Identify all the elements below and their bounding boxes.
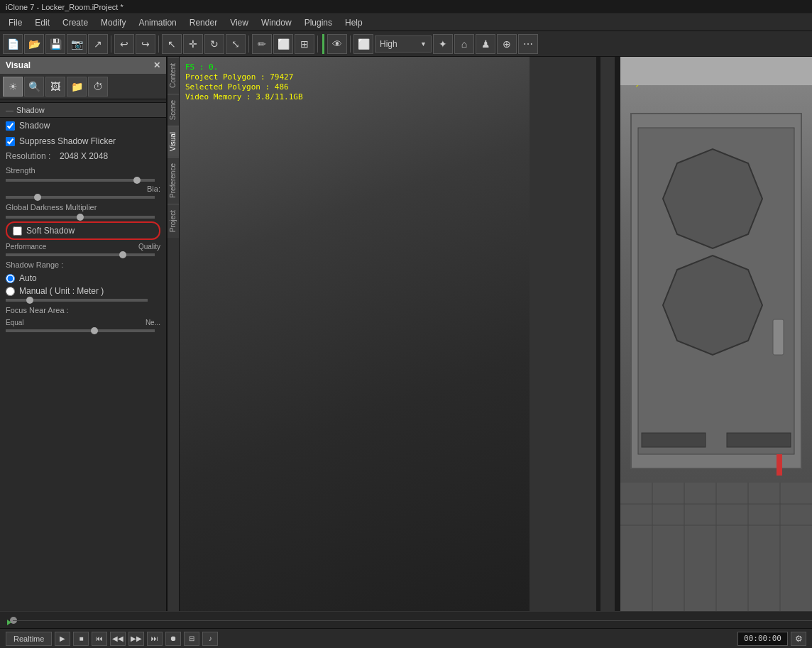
strength-slider[interactable]	[6, 179, 155, 182]
shadow-checkbox[interactable]	[6, 121, 15, 131]
viewport: FS : 0. Project Polygon : 79427 Selected…	[180, 57, 812, 611]
viewport-left[interactable]	[180, 57, 620, 611]
audio-button[interactable]: ♪	[202, 632, 218, 646]
bias-slider-row	[0, 194, 166, 200]
soft-shadow-checkbox[interactable]	[13, 226, 22, 236]
viewport-right[interactable]: ↗	[620, 57, 812, 611]
display-button[interactable]: ⬜	[353, 34, 373, 54]
global-darkness-slider-row	[0, 214, 166, 220]
stat-memory: Video Memory : 3.8/11.1GB	[185, 92, 303, 101]
scale-button[interactable]: ⤡	[226, 34, 246, 54]
search-tab[interactable]: 🔍	[24, 77, 44, 97]
visual-title: Visual	[6, 60, 31, 70]
rotate-button[interactable]: ↻	[204, 34, 224, 54]
shape-button[interactable]: ⬜	[273, 34, 293, 54]
suppress-shadow-flicker-checkbox[interactable]	[6, 137, 15, 146]
side-tab-scene[interactable]: Scene	[168, 94, 179, 126]
side-tab-preference[interactable]: Preference	[168, 157, 179, 204]
svg-rect-5	[773, 319, 784, 355]
export-button[interactable]: ↗	[88, 34, 108, 54]
auto-radio-row: Auto	[0, 272, 166, 285]
svg-rect-6	[642, 433, 706, 447]
menu-file[interactable]: File	[3, 16, 28, 29]
shadow-label[interactable]: Shadow	[19, 121, 50, 131]
shadow-section-header: — Shadow	[0, 102, 166, 118]
left-panel: Visual ✕ ☀ 🔍 🖼 📁 ⏱ — Shadow Shadow	[0, 57, 167, 611]
quality-dropdown[interactable]: High ▼	[375, 35, 432, 53]
snap-button[interactable]: ⊞	[295, 34, 314, 54]
save-button[interactable]: 💾	[45, 34, 65, 54]
auto-label[interactable]: Auto	[19, 273, 37, 283]
next-frame-button[interactable]: ▶▶	[128, 632, 144, 646]
svg-rect-0	[620, 57, 812, 85]
strength-slider-row	[0, 177, 166, 183]
viewport-stats: FS : 0. Project Polygon : 79427 Selected…	[185, 62, 303, 102]
menu-animation[interactable]: Animation	[133, 16, 182, 29]
timecode-display: 00:00:00	[737, 632, 788, 646]
screenshot-button[interactable]: 📷	[67, 34, 87, 54]
equal-label: Equal	[6, 319, 24, 326]
undo-button[interactable]: ↩	[114, 34, 134, 54]
menubar: File Edit Create Modify Animation Render…	[0, 14, 812, 31]
crosshair-button[interactable]: ⊕	[497, 34, 517, 54]
new-button[interactable]: 📄	[3, 34, 23, 54]
menu-edit[interactable]: Edit	[29, 16, 55, 29]
menu-view[interactable]: View	[224, 16, 254, 29]
menu-create[interactable]: Create	[57, 16, 94, 29]
close-icon[interactable]: ✕	[153, 60, 160, 70]
home-button[interactable]: ⌂	[454, 34, 474, 54]
record-button[interactable]: ⏺	[165, 632, 181, 646]
open-button[interactable]: 📂	[24, 34, 44, 54]
focus-near-label: Focus Near Area :	[0, 303, 166, 317]
layers-tab[interactable]: 📁	[67, 77, 87, 97]
performance-label: Performance	[6, 243, 46, 251]
timeline-track[interactable]	[0, 612, 812, 628]
shadow-range-label: Shadow Range :	[0, 258, 166, 272]
global-darkness-slider[interactable]	[6, 216, 155, 219]
back-start-button[interactable]: ⏮	[92, 632, 107, 646]
move-button[interactable]: ✛	[183, 34, 203, 54]
bias-label: Bia:	[0, 183, 166, 194]
timeline-line	[13, 620, 812, 621]
realtime-button[interactable]: Realtime	[6, 632, 52, 646]
soft-shadow-label[interactable]: Soft Shadow	[26, 226, 75, 236]
more-button[interactable]: ⋯	[518, 34, 538, 54]
redo-button[interactable]: ↪	[136, 34, 155, 54]
person-button[interactable]: ♟	[476, 34, 495, 54]
pq-slider[interactable]	[6, 253, 155, 256]
menu-help[interactable]: Help	[339, 16, 368, 29]
manual-slider[interactable]	[6, 299, 148, 302]
scifi-panel-svg	[620, 57, 812, 611]
side-tab-visual[interactable]: Visual	[168, 126, 179, 157]
manual-radio[interactable]	[6, 287, 15, 296]
shadow-panel: — Shadow Shadow Suppress Shadow Flicker …	[0, 99, 166, 611]
strength-label: Strength	[0, 163, 166, 177]
near-label: Ne...	[146, 319, 160, 326]
resolution-value: 2048 X 2048	[60, 151, 108, 161]
side-tab-project[interactable]: Project	[168, 204, 179, 238]
menu-window[interactable]: Window	[256, 16, 297, 29]
select-button[interactable]: ↖	[162, 34, 182, 54]
prev-frame-button[interactable]: ◀◀	[110, 632, 126, 646]
settings-gear-button[interactable]: ⚙	[791, 632, 806, 646]
menu-plugins[interactable]: Plugins	[299, 16, 338, 29]
bias-slider[interactable]	[6, 196, 155, 199]
focus-slider[interactable]	[6, 329, 155, 332]
sep1	[111, 35, 111, 53]
subtitle-button[interactable]: ⊟	[184, 632, 199, 646]
stop-button[interactable]: ■	[73, 632, 89, 646]
auto-radio[interactable]	[6, 274, 15, 283]
sun-tab[interactable]: ☀	[3, 77, 23, 97]
end-button[interactable]: ⏭	[147, 632, 163, 646]
image-tab[interactable]: 🖼	[45, 77, 65, 97]
play-button[interactable]: ▶	[55, 632, 70, 646]
clock-tab[interactable]: ⏱	[88, 77, 108, 97]
suppress-shadow-label[interactable]: Suppress Shadow Flicker	[19, 136, 116, 146]
brush-button[interactable]: ✏	[252, 34, 272, 54]
side-tab-content[interactable]: Content	[168, 57, 179, 94]
star-button[interactable]: ✦	[433, 34, 453, 54]
menu-render[interactable]: Render	[184, 16, 223, 29]
eye-button[interactable]: 👁	[327, 34, 347, 54]
manual-label[interactable]: Manual ( Unit : Meter )	[19, 286, 104, 296]
menu-modify[interactable]: Modify	[95, 16, 131, 29]
